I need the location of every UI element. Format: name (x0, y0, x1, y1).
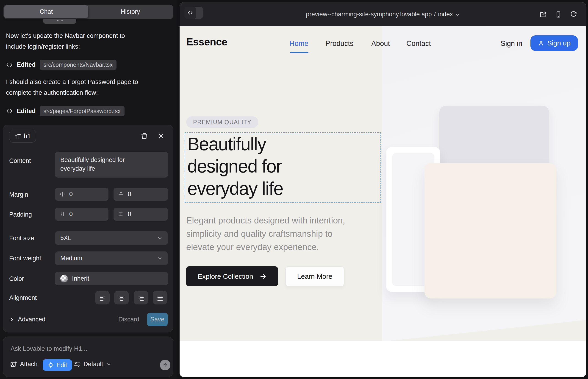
padding-vertical-input[interactable]: 0 (113, 208, 168, 221)
save-button[interactable]: Save (147, 313, 168, 326)
align-center-button[interactable] (114, 291, 129, 304)
arrow-right-icon (260, 273, 266, 280)
send-button[interactable] (160, 360, 170, 370)
advanced-toggle[interactable]: Advanced (9, 316, 46, 323)
nav-link-products[interactable]: Products (325, 39, 353, 48)
nav-link-home[interactable]: Home (289, 39, 309, 48)
code-icon (6, 108, 13, 114)
target-icon (47, 362, 54, 368)
delete-element-button[interactable] (140, 131, 149, 141)
user-icon (538, 40, 544, 46)
hero-heading[interactable]: Beautifully designed for everyday life (187, 133, 283, 200)
preview-url: preview--charming-site-symphony.lovable.… (306, 11, 432, 18)
site-brand[interactable]: Essence (186, 36, 227, 48)
preview-window: preview--charming-site-symphony.lovable.… (180, 2, 586, 377)
align-right-button[interactable] (134, 291, 148, 304)
edited-label: Edited (17, 61, 36, 68)
edited-file-badge[interactable]: src/pages/ForgotPassword.tsx (40, 106, 124, 116)
content-input[interactable]: Beautifully designed for everyday life (55, 152, 168, 178)
selected-element-tag: h1 (24, 133, 31, 140)
chevron-down-icon (106, 362, 111, 367)
color-field-label: Color (9, 275, 24, 283)
explore-collection-button[interactable]: Explore Collection (186, 266, 278, 286)
tab-history-label: History (121, 8, 140, 15)
sign-up-button[interactable]: Sign up (530, 35, 578, 51)
model-selector[interactable]: Default (74, 361, 111, 368)
scrolled-badge-fragment (43, 19, 76, 24)
code-icon (6, 61, 13, 68)
decorative-card-cream (424, 163, 556, 299)
h1-selection-frame[interactable]: Beautifully designed for everyday life (185, 132, 381, 203)
chevron-down-icon (157, 255, 163, 261)
color-swatch (60, 275, 68, 283)
font-size-select[interactable]: 5XL (55, 231, 168, 245)
nav-link-about[interactable]: About (371, 39, 390, 48)
alignment-field-label: Alignment (9, 294, 37, 301)
edited-file-row: Edited src/components/Navbar.tsx (6, 59, 117, 70)
attach-image-icon (10, 361, 17, 368)
preview-url-bar[interactable]: preview--charming-site-symphony.lovable.… (180, 2, 586, 26)
preview-actions (539, 2, 577, 26)
sidebar-tabs: Chat History (3, 5, 173, 19)
nav-active-underline (290, 52, 309, 53)
sign-in-link[interactable]: Sign in (501, 39, 522, 48)
premium-quality-badge: PREMIUM QUALITY (186, 116, 258, 128)
edited-label: Edited (17, 108, 36, 115)
sliders-icon (74, 361, 80, 368)
font-size-field-label: Font size (9, 235, 34, 242)
align-left-button[interactable] (95, 291, 110, 304)
mobile-view-icon[interactable] (555, 11, 562, 18)
chevron-down-icon (157, 235, 163, 241)
refresh-icon[interactable] (570, 11, 577, 18)
margin-horizontal-icon (59, 191, 65, 197)
margin-vertical-input[interactable]: 0 (113, 188, 168, 201)
close-panel-button[interactable] (156, 131, 166, 141)
tab-chat[interactable]: Chat (4, 5, 88, 18)
edit-mode-button[interactable]: Edit (43, 359, 72, 371)
preview-topbar: preview--charming-site-symphony.lovable.… (180, 2, 586, 26)
typography-icon (15, 133, 21, 140)
font-weight-field-label: Font weight (9, 255, 41, 262)
font-weight-select[interactable]: Medium (55, 252, 168, 265)
attach-button[interactable]: Attach (10, 361, 38, 368)
chevron-down-icon (455, 13, 460, 17)
chat-composer[interactable]: Ask Lovable to modify H1... Attach Edit … (3, 337, 173, 377)
discard-button[interactable]: Discard (118, 316, 139, 323)
padding-horizontal-input[interactable]: 0 (55, 208, 108, 221)
nav-link-contact[interactable]: Contact (406, 39, 431, 48)
chevron-right-icon (9, 317, 14, 322)
edited-file-badge[interactable]: src/components/Navbar.tsx (40, 60, 117, 70)
open-external-icon[interactable] (539, 11, 547, 18)
preview-path: index (438, 11, 453, 18)
chat-sidebar: Chat History Now let's update the Navbar… (0, 0, 177, 379)
selected-element-chip[interactable]: h1 (9, 130, 36, 143)
align-justify-button[interactable] (153, 291, 167, 304)
tab-chat-label: Chat (40, 8, 53, 15)
content-field-label: Content (9, 157, 31, 164)
padding-horizontal-icon (59, 211, 65, 217)
tab-history[interactable]: History (88, 5, 172, 18)
margin-vertical-icon (118, 191, 124, 197)
edited-file-row: Edited src/pages/ForgotPassword.tsx (6, 106, 124, 117)
chat-message: I should also create a Forgot Password p… (6, 76, 138, 98)
element-editor-panel: h1 Content Beautifully designed for ever… (3, 125, 173, 332)
lovable-app: Chat History Now let's update the Navbar… (0, 0, 588, 379)
color-select[interactable]: Inherit (55, 272, 168, 285)
chat-message: Now let's update the Navbar component to… (6, 30, 125, 52)
padding-field-label: Padding (9, 211, 32, 218)
preview-viewport: Essence Home Products About Contact Sign… (180, 26, 586, 377)
composer-placeholder: Ask Lovable to modify H1... (11, 345, 87, 352)
margin-horizontal-input[interactable]: 0 (55, 188, 108, 201)
learn-more-button[interactable]: Learn More (286, 266, 344, 286)
hero-description: Elegant products designed with intention… (186, 214, 345, 254)
padding-vertical-icon (118, 211, 124, 217)
margin-field-label: Margin (9, 191, 28, 198)
url-separator: / (434, 11, 436, 18)
